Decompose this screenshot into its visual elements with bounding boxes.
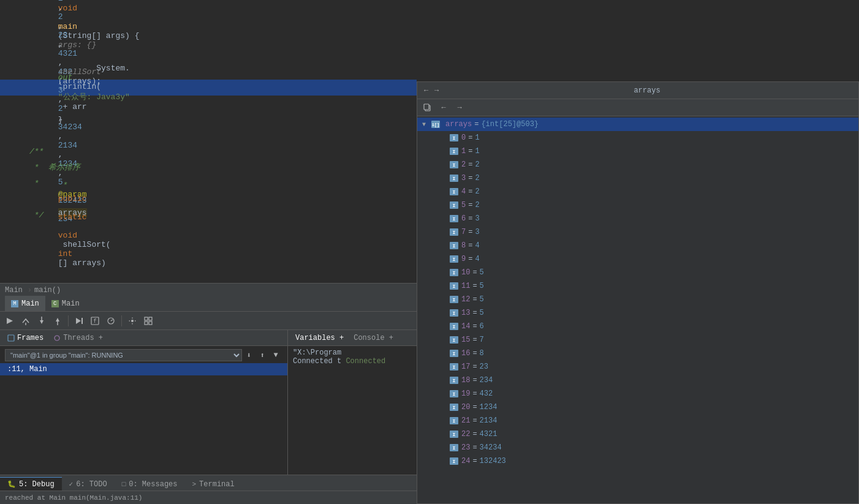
int-array-item-icon: I (449, 403, 459, 412)
variables-toolbar: ← → (417, 99, 858, 116)
svg-text:i[]: i[] (432, 122, 440, 127)
int-array-item-icon: I (449, 174, 459, 182)
vars-item-row[interactable]: I 21 = 2134 (417, 414, 858, 427)
int-array-item-icon: I (449, 255, 459, 263)
vars-item-row[interactable]: I 12 = 5 (417, 293, 858, 306)
todo-tab-icon: ✓ (69, 480, 74, 488)
variables-popup-header: ← → arrays (417, 82, 858, 99)
vars-item-row[interactable]: I 13 = 5 (417, 306, 858, 320)
step-over-btn[interactable] (18, 314, 33, 328)
watch-btn[interactable] (104, 314, 118, 328)
int-array-item-icon: I (449, 309, 459, 317)
terminal-tab[interactable]: > Terminal (184, 477, 241, 491)
vars-item-row[interactable]: I 15 = 7 (417, 333, 858, 347)
variables-tab[interactable]: Variables + (293, 333, 346, 344)
int-array-item-icon: I (449, 336, 459, 344)
variables-tree[interactable]: ▼ i[] arrays = {int[25]@503} I 0 = 1 I 1… (417, 116, 858, 503)
terminal-tab-icon: > (192, 481, 196, 488)
vars-item-row[interactable]: I 3 = 2 (417, 171, 858, 185)
step-into-btn[interactable] (34, 314, 49, 328)
svg-point-18 (55, 336, 59, 340)
int-array-item-icon: I (449, 416, 459, 425)
int-array-item-icon: I (449, 134, 459, 142)
vars-item-row[interactable]: I 0 = 1 (417, 131, 858, 145)
frames-content: "main"@1 in group "main": RUNNING ⬇ ⬆ ▼ … (0, 346, 287, 377)
vars-item-row[interactable]: I 2 = 2 (417, 158, 858, 171)
vars-forward-nav-btn[interactable]: → (453, 102, 466, 114)
int-array-item-icon: I (449, 457, 459, 465)
sort-threads-btn[interactable]: ⬆ (255, 349, 269, 361)
vars-item-row[interactable]: I 20 = 1234 (417, 401, 858, 414)
toolbar-separator-2 (121, 315, 122, 326)
vars-console-header: Variables + Console + (288, 330, 418, 346)
threads-tab[interactable]: Threads + (51, 333, 105, 344)
int-array-item-icon: I (449, 389, 459, 398)
vars-item-row[interactable]: I 8 = 4 (417, 239, 858, 252)
int-array-item-icon: I (449, 295, 459, 304)
debug-toolbar: f (0, 312, 417, 330)
threads-icon (53, 334, 61, 342)
code-line-15: public static void shellSort( int [] arr… (0, 223, 417, 239)
vars-item-row[interactable]: I 14 = 6 (417, 320, 858, 333)
layout-btn[interactable] (141, 314, 156, 328)
svg-line-11 (111, 320, 113, 321)
vars-items-container: I 0 = 1 I 1 = 1 I 2 = 2 I 3 = 2 I 4 = 2 (417, 131, 858, 468)
vars-item-row[interactable]: I 22 = 4321 (417, 427, 858, 441)
vars-item-row[interactable]: I 16 = 8 (417, 347, 858, 360)
vars-item-row[interactable]: I 24 = 132423 (417, 454, 858, 468)
variables-tab-label: Variables + (295, 334, 344, 342)
run-to-cursor-btn[interactable] (72, 314, 86, 328)
frames-tab[interactable]: Frames (5, 333, 46, 344)
int-array-item-icon: I (449, 147, 459, 156)
vars-item-row[interactable]: I 23 = 34234 (417, 441, 858, 454)
int-array-item-icon: I (449, 349, 459, 358)
vars-back-nav-btn[interactable]: ← (437, 102, 450, 114)
svg-rect-14 (149, 317, 152, 320)
vars-back-btn[interactable]: ← (422, 85, 430, 97)
debug-tab[interactable]: 🐛 5: Debug (0, 477, 62, 491)
messages-tab[interactable]: □ 0: Messages (115, 477, 185, 491)
int-array-item-icon: I (449, 187, 459, 196)
variables-popup: ← → arrays ← → ▼ i[] arrays = {int[25]@5… (417, 81, 859, 504)
vars-item-row[interactable]: I 6 = 3 (417, 212, 858, 225)
vars-item-row[interactable]: I 5 = 2 (417, 198, 858, 212)
code-line-3: int [] arrays = { 6 , 3 , 8 , 7 , 5 , 1 … (0, 32, 417, 48)
status-text: reached at Main main(Main.java:11) (5, 494, 142, 502)
vars-item-row[interactable]: I 1 = 1 (417, 145, 858, 158)
todo-tab[interactable]: ✓ 6: TODO (62, 477, 115, 491)
tab-main-class[interactable]: C Main (45, 296, 86, 311)
svg-marker-0 (7, 318, 13, 324)
vars-item-row[interactable]: I 10 = 5 (417, 266, 858, 279)
vars-item-row[interactable]: I 19 = 432 (417, 387, 858, 401)
vars-root-row[interactable]: ▼ i[] arrays = {int[25]@503} (417, 118, 858, 131)
int-array-item-icon: I (449, 214, 459, 223)
frames-panel-header: Frames Threads + (0, 330, 287, 346)
vars-item-row[interactable]: I 18 = 234 (417, 374, 858, 387)
console-line-1: "X:\Program (293, 348, 413, 357)
frame-row-selected[interactable]: :11, Main (0, 363, 287, 375)
int-array-item-icon: I (449, 443, 459, 452)
variables-popup-title: arrays (441, 86, 853, 95)
bottom-tab-bar: 🐛 5: Debug ✓ 6: TODO □ 0: Messages > Ter… (0, 475, 417, 491)
toolbar-separator-1 (68, 315, 69, 326)
int-array-item-icon: I (449, 160, 459, 169)
vars-item-row[interactable]: I 9 = 4 (417, 252, 858, 266)
filter-threads-btn[interactable]: ⬇ (242, 349, 255, 361)
vars-forward-btn[interactable]: → (433, 85, 441, 97)
settings-btn[interactable] (125, 314, 140, 328)
vars-copy-btn[interactable] (421, 102, 434, 114)
vars-item-row[interactable]: I 4 = 2 (417, 185, 858, 198)
vars-item-row[interactable]: I 17 = 23 (417, 360, 858, 374)
thread-selector[interactable]: "main"@1 in group "main": RUNNING ⬇ ⬆ ▼ (0, 347, 287, 363)
vars-item-row[interactable]: I 7 = 3 (417, 225, 858, 239)
tab-main-file[interactable]: M Main (5, 296, 45, 311)
vars-item-row[interactable]: I 11 = 5 (417, 279, 858, 293)
breadcrumb-method: main() (34, 286, 61, 295)
console-tab-label: Console + (354, 334, 393, 342)
console-tab[interactable]: Console + (351, 333, 396, 344)
step-out-btn[interactable] (50, 314, 65, 328)
evaluate-btn[interactable]: f (88, 314, 102, 328)
thread-select-dropdown[interactable]: "main"@1 in group "main": RUNNING (5, 349, 242, 361)
show-execution-point-btn[interactable] (2, 314, 17, 328)
filter-btn[interactable]: ▼ (269, 349, 282, 361)
